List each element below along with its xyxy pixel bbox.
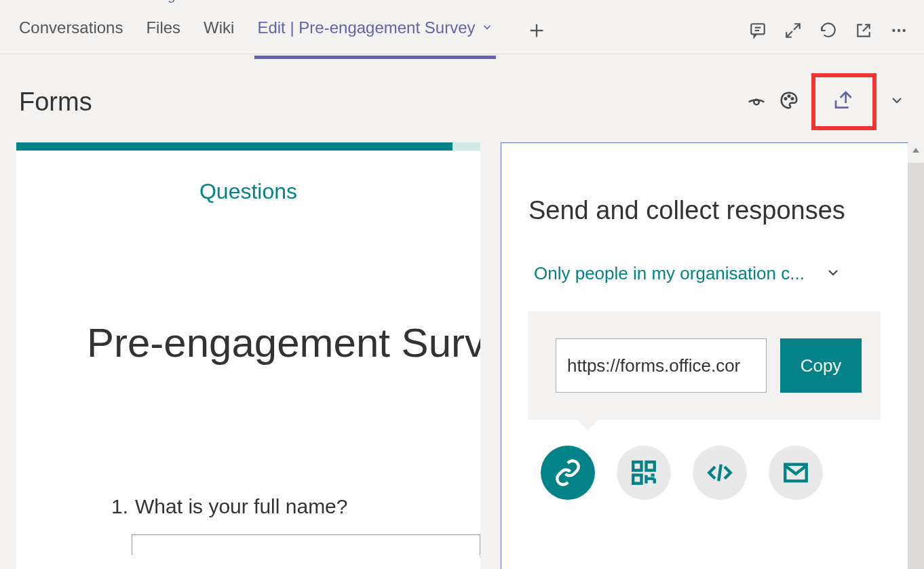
more-options-icon[interactable] — [890, 22, 908, 42]
popout-icon[interactable] — [855, 22, 872, 42]
svg-line-5 — [794, 24, 800, 30]
content-area: Questions Pre-engagement Survey 1. What … — [0, 142, 924, 569]
svg-line-7 — [863, 24, 870, 31]
theme-icon[interactable] — [779, 90, 799, 113]
chevron-down-icon — [481, 5, 493, 50]
link-container: https://forms.office.cor Copy — [528, 311, 881, 420]
tab-questions[interactable]: Questions — [199, 179, 297, 204]
form-editor: Questions Pre-engagement Survey 1. What … — [16, 142, 480, 569]
share-button[interactable] — [811, 73, 877, 130]
add-tab-button[interactable] — [527, 21, 546, 43]
tab-edit-survey-label: Edit | Pre-engagement Survey — [257, 5, 475, 50]
tab-files[interactable]: Files — [143, 5, 183, 59]
svg-point-12 — [785, 98, 787, 100]
svg-point-13 — [788, 96, 790, 98]
svg-rect-17 — [647, 462, 655, 470]
share-link-input[interactable]: https://forms.office.cor — [556, 338, 767, 393]
scrollbar-track[interactable] — [908, 163, 924, 569]
svg-marker-25 — [912, 148, 919, 153]
tab-wiki[interactable]: Wiki — [201, 5, 237, 59]
question-row: 1. What is your full name? — [16, 366, 480, 518]
share-email-option[interactable] — [769, 446, 823, 500]
svg-line-6 — [786, 31, 792, 37]
svg-rect-2 — [751, 24, 765, 34]
svg-point-14 — [792, 98, 794, 100]
svg-point-9 — [898, 29, 900, 32]
share-methods — [501, 420, 908, 500]
preview-icon[interactable] — [746, 90, 767, 113]
forms-toolbar: Forms — [0, 54, 924, 142]
page-title: Forms — [19, 87, 734, 117]
scroll-up-button[interactable] — [908, 142, 924, 159]
share-panel: Send and collect responses Only people i… — [501, 142, 908, 569]
svg-rect-16 — [633, 462, 641, 470]
tab-conversations[interactable]: Conversations — [16, 5, 126, 59]
audience-label: Only people in my organisation c... — [534, 263, 805, 284]
refresh-icon[interactable] — [820, 22, 837, 42]
channel-tab-bar: Conversations Files Wiki Edit | Pre-enga… — [0, 10, 924, 54]
form-accent-bar — [16, 142, 480, 151]
chevron-down-icon — [825, 264, 841, 283]
svg-point-8 — [892, 29, 895, 32]
form-title[interactable]: Pre-engagement Survey — [16, 204, 480, 366]
answer-input[interactable] — [132, 534, 480, 555]
copy-button[interactable]: Copy — [780, 338, 862, 393]
question-number: 1. — [111, 495, 128, 518]
share-qr-option[interactable] — [617, 446, 671, 500]
tab-edit-survey[interactable]: Edit | Pre-engagement Survey — [254, 5, 495, 59]
question-text[interactable]: What is your full name? — [135, 495, 347, 518]
audience-selector[interactable]: Only people in my organisation c... — [501, 225, 908, 284]
share-embed-option[interactable] — [693, 446, 747, 500]
share-link-option[interactable] — [541, 446, 595, 500]
svg-point-11 — [754, 100, 759, 105]
svg-point-10 — [902, 29, 905, 32]
chevron-down-icon[interactable] — [889, 92, 905, 111]
svg-line-23 — [718, 465, 721, 482]
chat-icon[interactable] — [749, 22, 767, 42]
svg-rect-18 — [633, 475, 641, 484]
form-tabs: Questions — [16, 151, 480, 204]
share-heading: Send and collect responses — [501, 143, 908, 225]
expand-icon[interactable] — [784, 22, 802, 42]
